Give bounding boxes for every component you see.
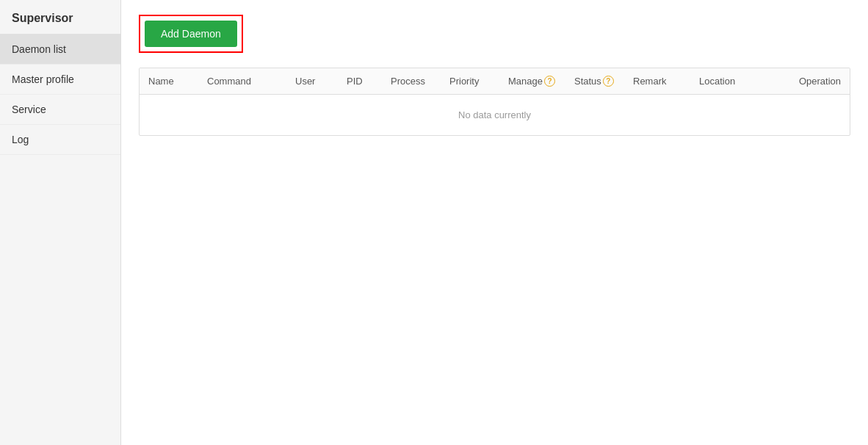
add-daemon-button[interactable]: Add Daemon: [145, 21, 237, 47]
app-title: Supervisor: [0, 0, 120, 35]
col-user: User: [295, 76, 347, 87]
col-pid: PID: [347, 76, 391, 87]
col-operation: Operation: [787, 76, 841, 87]
col-priority: Priority: [449, 76, 508, 87]
sidebar-item-service[interactable]: Service: [0, 95, 120, 125]
col-command: Command: [207, 76, 295, 87]
col-manage: Manage ?: [508, 76, 574, 87]
sidebar-item-daemon-list[interactable]: Daemon list: [0, 35, 120, 65]
add-daemon-wrapper: Add Daemon: [139, 15, 243, 53]
col-remark: Remark: [633, 76, 699, 87]
col-name: Name: [148, 76, 207, 87]
sidebar-item-master-profile[interactable]: Master profile: [0, 65, 120, 95]
manage-help-icon[interactable]: ?: [544, 76, 555, 87]
sidebar: Supervisor Daemon list Master profile Se…: [0, 0, 121, 445]
status-help-icon[interactable]: ?: [603, 76, 614, 87]
col-status: Status ?: [574, 76, 633, 87]
table-header: Name Command User PID Process: [140, 68, 850, 95]
daemon-table: Name Command User PID Process: [139, 68, 850, 136]
content-area: Add Daemon Name Command User PID: [121, 0, 868, 445]
col-process: Process: [391, 76, 449, 87]
empty-table-message: No data currently: [140, 95, 850, 135]
col-location: Location: [699, 76, 787, 87]
main-layout: Supervisor Daemon list Master profile Se…: [0, 0, 868, 445]
app-container: Supervisor Daemon list Master profile Se…: [0, 0, 868, 445]
sidebar-item-log[interactable]: Log: [0, 125, 120, 155]
